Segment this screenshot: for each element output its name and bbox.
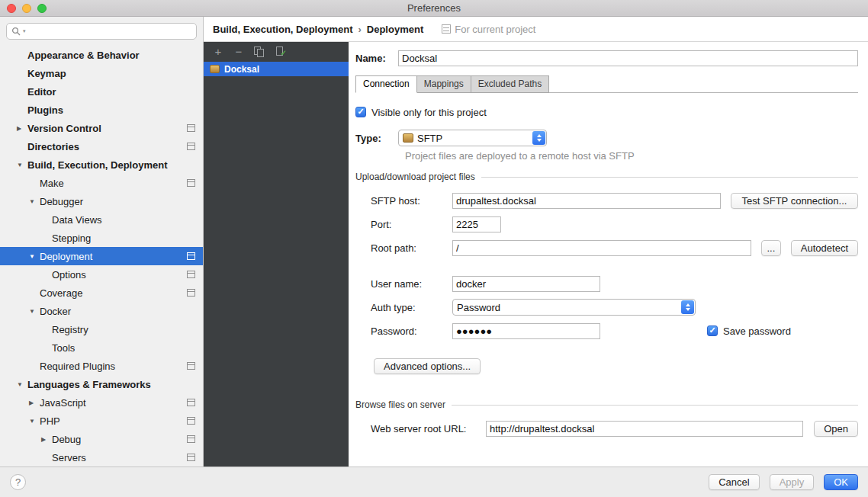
content-area: Build, Execution, Deployment › Deploymen… bbox=[204, 17, 868, 467]
shared-config-icon bbox=[187, 179, 195, 187]
shared-config-icon bbox=[187, 271, 195, 278]
browse-section-label: Browse files on server bbox=[355, 399, 445, 410]
sidebar-item-label: PHP bbox=[40, 415, 60, 427]
section-divider bbox=[452, 405, 858, 406]
sidebar-item-label: Plugins bbox=[27, 104, 63, 116]
upload-section-label: Upload/download project files bbox=[355, 172, 475, 182]
settings-tabs: ConnectionMappingsExcluded Paths bbox=[355, 75, 858, 93]
expand-arrow-icon[interactable]: ▶ bbox=[29, 399, 40, 406]
add-server-button[interactable]: + bbox=[212, 46, 224, 58]
minimize-button[interactable] bbox=[22, 4, 31, 13]
sidebar-item-languages-frameworks[interactable]: ▼Languages & Frameworks bbox=[0, 375, 203, 393]
user-name-field[interactable] bbox=[452, 276, 600, 292]
collapse-arrow-icon[interactable]: ▼ bbox=[29, 308, 40, 315]
ok-button[interactable]: OK bbox=[824, 474, 858, 490]
save-password-checkbox[interactable] bbox=[707, 325, 718, 336]
use-as-default-button[interactable]: ✓ bbox=[274, 46, 286, 58]
autodetect-button[interactable]: Autodetect bbox=[791, 240, 858, 256]
server-list-item-docksal[interactable]: Docksal bbox=[204, 62, 349, 76]
shared-config-icon bbox=[187, 454, 195, 461]
collapse-arrow-icon[interactable]: ▼ bbox=[17, 381, 27, 388]
browse-section-header: Browse files on server bbox=[355, 397, 858, 412]
sidebar-item-debug[interactable]: ▶Debug bbox=[0, 430, 203, 448]
root-path-field[interactable] bbox=[452, 240, 751, 256]
sidebar-item-registry[interactable]: Registry bbox=[0, 320, 203, 338]
apply-button[interactable]: Apply bbox=[770, 474, 815, 490]
sidebar-item-label: Make bbox=[40, 178, 64, 189]
open-url-button[interactable]: Open bbox=[814, 421, 858, 437]
name-field[interactable] bbox=[398, 50, 858, 66]
cancel-button[interactable]: Cancel bbox=[709, 474, 759, 490]
sidebar-tree: Appearance & BehaviorKeymapEditorPlugins… bbox=[0, 43, 203, 467]
search-scope-chevron-icon[interactable]: ▾ bbox=[23, 28, 26, 34]
sidebar-item-label: Required Plugins bbox=[40, 361, 115, 372]
sidebar-item-javascript[interactable]: ▶JavaScript bbox=[0, 393, 203, 412]
sidebar-item-options[interactable]: Options bbox=[0, 265, 203, 284]
sidebar-item-docker[interactable]: ▼Docker bbox=[0, 302, 203, 320]
collapse-arrow-icon[interactable]: ▼ bbox=[17, 162, 27, 168]
collapse-arrow-icon[interactable]: ▼ bbox=[29, 253, 40, 260]
sidebar-item-debugger[interactable]: ▼Debugger bbox=[0, 192, 203, 210]
sidebar-item-label: Tools bbox=[52, 342, 75, 354]
sidebar-item-appearance-behavior[interactable]: Appearance & Behavior bbox=[0, 46, 203, 64]
sidebar-item-editor[interactable]: Editor bbox=[0, 82, 203, 101]
shared-config-icon bbox=[187, 289, 195, 297]
breadcrumb-context: For current project bbox=[442, 24, 535, 35]
sidebar-item-required-plugins[interactable]: Required Plugins bbox=[0, 357, 203, 375]
auth-type-dropdown[interactable]: Password bbox=[452, 299, 696, 316]
sidebar-item-label: Build, Execution, Deployment bbox=[27, 159, 167, 171]
sidebar-item-plugins[interactable]: Plugins bbox=[0, 101, 203, 119]
green-check-icon: ✓ bbox=[281, 47, 287, 59]
expand-arrow-icon[interactable]: ▶ bbox=[41, 436, 52, 443]
port-field[interactable] bbox=[452, 216, 501, 232]
search-input[interactable] bbox=[28, 26, 191, 37]
web-root-field[interactable] bbox=[486, 421, 803, 437]
sidebar-item-build-execution-deployment[interactable]: ▼Build, Execution, Deployment bbox=[0, 156, 203, 174]
collapse-arrow-icon[interactable]: ▼ bbox=[29, 198, 40, 205]
sidebar-item-coverage[interactable]: Coverage bbox=[0, 284, 203, 302]
browse-root-path-button[interactable]: ... bbox=[761, 240, 781, 256]
sftp-server-icon bbox=[210, 65, 220, 73]
project-scope-icon bbox=[442, 24, 451, 34]
sidebar-item-label: Docker bbox=[40, 306, 71, 317]
name-label: Name: bbox=[355, 53, 398, 64]
tab-excluded-paths[interactable]: Excluded Paths bbox=[471, 75, 549, 93]
type-value: SFTP bbox=[417, 133, 532, 144]
save-password-group: Save password bbox=[707, 325, 791, 337]
expand-arrow-icon[interactable]: ▶ bbox=[17, 125, 27, 132]
close-button[interactable] bbox=[7, 4, 16, 13]
sidebar-item-data-views[interactable]: Data Views bbox=[0, 210, 203, 229]
type-dropdown[interactable]: SFTP bbox=[398, 130, 547, 146]
sidebar-search[interactable]: ▾ bbox=[6, 23, 197, 40]
sftp-host-field[interactable] bbox=[452, 193, 721, 209]
sidebar-item-stepping[interactable]: Stepping bbox=[0, 229, 203, 247]
test-sftp-connection-button[interactable]: Test SFTP connection... bbox=[731, 193, 858, 209]
breadcrumb-item[interactable]: Deployment bbox=[367, 24, 423, 35]
server-name: Docksal bbox=[224, 64, 259, 75]
auth-type-label: Auth type: bbox=[371, 302, 452, 313]
password-field[interactable] bbox=[452, 323, 600, 339]
sidebar-item-keymap[interactable]: Keymap bbox=[0, 64, 203, 82]
sidebar-item-version-control[interactable]: ▶Version Control bbox=[0, 119, 203, 137]
advanced-options-button[interactable]: Advanced options... bbox=[374, 358, 481, 374]
help-button[interactable]: ? bbox=[10, 474, 26, 490]
tab-mappings[interactable]: Mappings bbox=[416, 75, 471, 93]
collapse-arrow-icon[interactable]: ▼ bbox=[29, 418, 40, 425]
zoom-button[interactable] bbox=[37, 4, 47, 13]
sidebar-item-directories[interactable]: Directories bbox=[0, 137, 203, 156]
sidebar-item-servers[interactable]: Servers bbox=[0, 448, 203, 467]
sidebar-item-make[interactable]: Make bbox=[0, 174, 203, 192]
duplicate-server-button[interactable] bbox=[253, 46, 265, 58]
tab-connection[interactable]: Connection bbox=[355, 75, 417, 93]
sidebar-item-label: Options bbox=[52, 269, 86, 281]
sidebar-item-deployment[interactable]: ▼Deployment bbox=[0, 247, 203, 265]
sidebar-item-label: Stepping bbox=[52, 232, 91, 244]
visible-only-checkbox[interactable] bbox=[355, 107, 366, 117]
breadcrumb-item[interactable]: Build, Execution, Deployment bbox=[213, 24, 352, 35]
breadcrumb-separator: › bbox=[358, 24, 361, 35]
context-label: For current project bbox=[455, 24, 535, 35]
auth-type-value: Password bbox=[457, 302, 680, 313]
sidebar-item-php[interactable]: ▼PHP bbox=[0, 412, 203, 430]
remove-server-button[interactable]: − bbox=[233, 46, 245, 58]
sidebar-item-tools[interactable]: Tools bbox=[0, 338, 203, 357]
